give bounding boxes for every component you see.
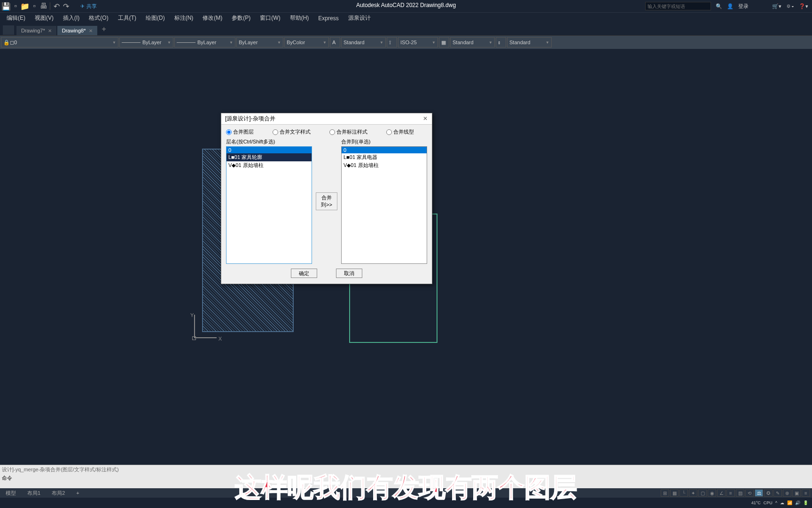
- share-icon: ✈: [80, 3, 85, 9]
- window-title: Autodesk AutoCAD 2022 Drawing8.dwg: [356, 2, 456, 8]
- user-icon[interactable]: 👤: [727, 3, 734, 9]
- list-item[interactable]: L■01 家具轮廓: [226, 153, 312, 161]
- status-3dosnap-icon[interactable]: ◉: [708, 489, 716, 497]
- radio-merge-dimstyle[interactable]: 合并标注样式: [329, 128, 367, 135]
- textstyle-dropdown[interactable]: Standard ▼: [341, 37, 386, 48]
- saveall-icon[interactable]: ▫: [30, 2, 39, 10]
- tablestyle-icon-button[interactable]: ▦: [439, 37, 449, 48]
- list-item[interactable]: V◆01 原始墙柱: [342, 161, 427, 169]
- menu-tools[interactable]: 工具(T): [113, 13, 141, 24]
- menu-format[interactable]: 格式(O): [84, 13, 113, 24]
- dimstyle-icon-button[interactable]: ⟟: [387, 37, 397, 48]
- chevron-down-icon: ▼: [380, 40, 383, 45]
- status-anno-icon[interactable]: ⚖: [755, 489, 763, 497]
- search-input[interactable]: [645, 2, 711, 10]
- linetype-dropdown[interactable]: ByLayer ▼: [119, 37, 173, 48]
- chevron-down-icon: ▼: [229, 40, 233, 45]
- layout1-tab[interactable]: 布局1: [22, 489, 46, 498]
- status-workspace-icon[interactable]: ✪: [764, 489, 773, 497]
- tray-cloud-icon[interactable]: ☁: [780, 500, 784, 505]
- menu-view[interactable]: 视图(V): [30, 13, 58, 24]
- save-icon[interactable]: 💾: [2, 2, 10, 10]
- linestyle-dropdown[interactable]: ByLayer ▼: [236, 37, 283, 48]
- layer-color-icon: ◻: [10, 40, 14, 46]
- new-icon[interactable]: ▫: [11, 2, 20, 10]
- doc-tab-1[interactable]: Drawing7* ✕: [16, 26, 56, 35]
- dimstyle-dropdown[interactable]: ISO-25 ▼: [398, 37, 438, 48]
- mlstyle-icon-button[interactable]: ⫾: [496, 37, 506, 48]
- login-link[interactable]: 登录: [738, 3, 749, 10]
- list-item[interactable]: V◆01 原始墙柱: [226, 161, 312, 169]
- textstyle-icon-button[interactable]: A: [330, 37, 340, 48]
- undo-icon[interactable]: ↶: [52, 2, 61, 10]
- menu-insert[interactable]: 插入(I): [58, 13, 84, 24]
- tray-up-icon[interactable]: ^: [775, 500, 777, 505]
- add-tab-button[interactable]: +: [98, 23, 110, 35]
- title-right-controls: 🔍 👤 登录 🛒▾ ⛭▾ ❓▾: [645, 2, 808, 10]
- search-icon[interactable]: 🔍: [716, 3, 722, 9]
- redo-icon[interactable]: ↷: [62, 2, 70, 10]
- status-model-icon[interactable]: ⊞: [661, 489, 669, 497]
- status-osnap-icon[interactable]: ▢: [698, 489, 707, 497]
- model-tab[interactable]: 模型: [0, 489, 22, 498]
- status-grid-icon[interactable]: ▦: [670, 489, 679, 497]
- list-item[interactable]: 0: [342, 147, 427, 153]
- tray-wifi-icon[interactable]: 📶: [787, 500, 792, 505]
- radio-merge-layer[interactable]: 合并图层: [226, 128, 254, 135]
- dialog-title[interactable]: [源泉设计]-杂项合并 ✕: [221, 113, 432, 125]
- status-notes-icon[interactable]: ✎: [773, 489, 782, 497]
- print-icon[interactable]: 🖶: [39, 2, 48, 10]
- status-qp-icon[interactable]: ▣: [792, 489, 801, 497]
- menu-dimension[interactable]: 标注(N): [170, 13, 198, 24]
- mlstyle-dropdown[interactable]: Standard ▼: [507, 37, 552, 48]
- cart-icon[interactable]: 🛒▾: [772, 3, 781, 9]
- start-tab[interactable]: [3, 25, 14, 35]
- status-units-icon[interactable]: ⊕: [783, 489, 791, 497]
- status-lwt-icon[interactable]: ≡: [726, 489, 735, 497]
- add-layout-button[interactable]: +: [70, 489, 85, 497]
- status-cycling-icon[interactable]: ⟲: [745, 489, 754, 497]
- close-icon[interactable]: ✕: [89, 28, 93, 33]
- merge-to-button[interactable]: 合并到>>: [316, 192, 337, 210]
- status-otrack-icon[interactable]: ∠: [717, 489, 726, 497]
- source-layer-list[interactable]: 0 L■01 家具轮廓 V◆01 原始墙柱: [226, 146, 312, 264]
- status-transparency-icon[interactable]: ▨: [736, 489, 744, 497]
- layer-dropdown[interactable]: 🔒 ◻ 0 ▼: [1, 37, 118, 48]
- chevron-down-icon: ▼: [112, 40, 116, 45]
- menu-edit[interactable]: 编辑(E): [2, 13, 30, 24]
- tray-battery-icon[interactable]: 🔋: [803, 500, 808, 505]
- list-item[interactable]: 0: [226, 147, 312, 153]
- video-subtitle: 这样呢我们有发现有两个图层: [235, 470, 577, 506]
- apps-icon[interactable]: ⛭▾: [786, 3, 794, 9]
- menu-help[interactable]: 帮助(H): [285, 13, 314, 24]
- layout2-tab[interactable]: 布局2: [46, 489, 70, 498]
- close-icon[interactable]: ✕: [48, 28, 52, 33]
- color-dropdown[interactable]: ByColor ▼: [284, 37, 329, 48]
- ok-button[interactable]: 确定: [291, 269, 317, 278]
- status-bar-right: ⊞ ▦ └ ✦ ▢ ◉ ∠ ≡ ▨ ⟲ ⚖ ✪ ✎ ⊕ ▣ ≡: [661, 489, 810, 497]
- menu-express[interactable]: Express: [313, 14, 343, 23]
- menu-parametric[interactable]: 参数(P): [227, 13, 255, 24]
- status-custom-icon[interactable]: ≡: [802, 489, 810, 497]
- lineweight-dropdown[interactable]: ByLayer ▼: [174, 37, 235, 48]
- close-button[interactable]: ✕: [422, 115, 429, 123]
- menu-yq[interactable]: 源泉设计: [344, 13, 375, 24]
- doc-tab-2[interactable]: Drawing8* ✕: [57, 26, 97, 35]
- help-icon[interactable]: ❓▾: [799, 3, 808, 9]
- share-button[interactable]: ✈ 共享: [80, 3, 97, 10]
- temp-indicator[interactable]: 41°C: [751, 500, 761, 505]
- list-item[interactable]: L■01 家具电器: [342, 153, 427, 161]
- cancel-button[interactable]: 取消: [336, 269, 362, 278]
- menu-modify[interactable]: 修改(M): [198, 13, 227, 24]
- open-icon[interactable]: 📁: [21, 2, 29, 10]
- menu-window[interactable]: 窗口(W): [255, 13, 285, 24]
- target-layer-list[interactable]: 0 L■01 家具电器 V◆01 原始墙柱: [341, 146, 427, 264]
- status-ortho-icon[interactable]: └: [679, 489, 688, 497]
- cpu-indicator[interactable]: CPU: [764, 500, 773, 505]
- tablestyle-dropdown[interactable]: Standard ▼: [450, 37, 495, 48]
- tray-sound-icon[interactable]: 🔊: [795, 500, 800, 505]
- menu-draw[interactable]: 绘图(D): [141, 13, 170, 24]
- radio-merge-textstyle[interactable]: 合并文字样式: [273, 128, 311, 135]
- status-polar-icon[interactable]: ✦: [689, 489, 697, 497]
- radio-merge-linetype[interactable]: 合并线型: [386, 128, 414, 135]
